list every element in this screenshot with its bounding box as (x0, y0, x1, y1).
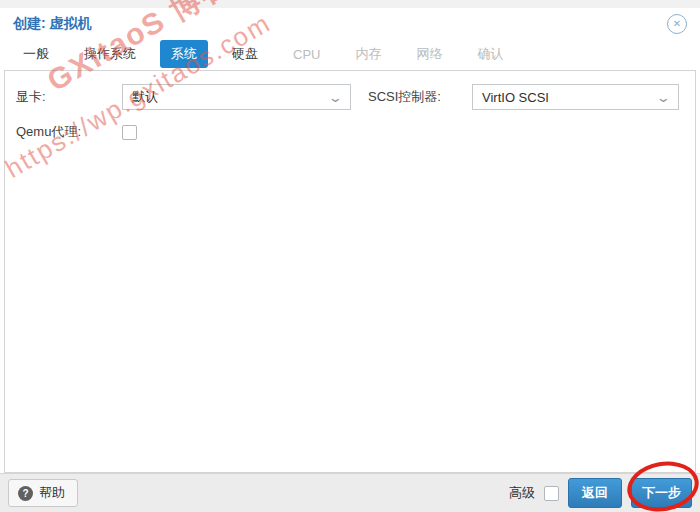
create-vm-dialog: 创建: 虚拟机 ✕ 一般 操作系统 系统 硬盘 CPU 内存 网络 确认 显卡:… (0, 8, 700, 512)
scsi-controller-label: SCSI控制器: (364, 88, 472, 106)
graphics-select[interactable]: 默认 ⌄ (122, 84, 351, 110)
wizard-tabbar: 一般 操作系统 系统 硬盘 CPU 内存 网络 确认 (0, 40, 700, 70)
tab-memory: 内存 (344, 40, 392, 68)
scsi-controller-select[interactable]: VirtIO SCSI ⌄ (472, 84, 679, 110)
background-strip (0, 0, 700, 8)
close-icon[interactable]: ✕ (667, 14, 687, 34)
qemu-agent-checkbox[interactable] (122, 125, 137, 140)
graphics-select-value: 默认 (132, 88, 158, 106)
screenshot-root: 创建: 虚拟机 ✕ 一般 操作系统 系统 硬盘 CPU 内存 网络 确认 显卡:… (0, 0, 700, 512)
tab-network: 网络 (405, 40, 453, 68)
tab-cpu: CPU (282, 42, 331, 67)
system-tab-panel: 显卡: 默认 ⌄ Qemu代理: SCSI控制器: (4, 70, 696, 473)
chevron-down-icon: ⌄ (656, 91, 671, 104)
help-button[interactable]: ? 帮助 (8, 479, 78, 507)
dialog-footer: ? 帮助 高级 返回 下一步 (0, 473, 700, 512)
advanced-label: 高级 (509, 484, 535, 502)
next-button[interactable]: 下一步 (631, 478, 692, 508)
chevron-down-icon: ⌄ (328, 91, 343, 104)
tab-general[interactable]: 一般 (12, 40, 60, 68)
scsi-select-value: VirtIO SCSI (482, 90, 549, 105)
qemu-agent-field-row: Qemu代理: (15, 119, 364, 145)
graphics-label: 显卡: (15, 88, 122, 106)
dialog-title: 创建: 虚拟机 (13, 15, 92, 33)
qemu-agent-label: Qemu代理: (15, 123, 122, 141)
tab-os[interactable]: 操作系统 (73, 40, 147, 68)
help-button-label: 帮助 (39, 484, 65, 502)
tab-disk[interactable]: 硬盘 (221, 40, 269, 68)
advanced-checkbox[interactable] (544, 486, 559, 501)
tab-system[interactable]: 系统 (160, 40, 208, 68)
dialog-header: 创建: 虚拟机 ✕ (0, 8, 700, 40)
back-button[interactable]: 返回 (568, 478, 622, 508)
scsi-field-row: SCSI控制器: VirtIO SCSI ⌄ (364, 84, 685, 110)
tab-confirm: 确认 (466, 40, 514, 68)
graphics-field-row: 显卡: 默认 ⌄ (15, 84, 364, 110)
question-circle-icon: ? (18, 486, 33, 501)
